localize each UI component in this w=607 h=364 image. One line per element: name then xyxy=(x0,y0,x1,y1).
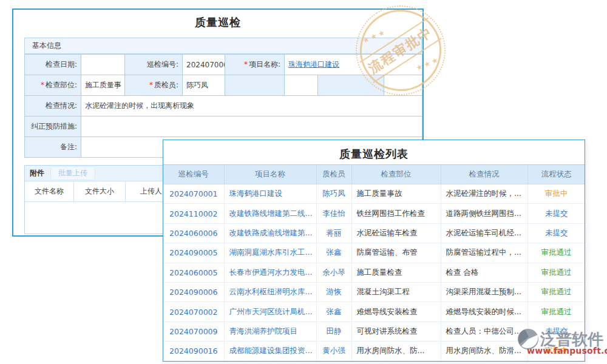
col-header-part: 检查部位 xyxy=(351,165,441,184)
measures-field[interactable] xyxy=(81,116,422,137)
cell-inspector[interactable]: 田静 xyxy=(316,322,351,341)
part-field[interactable]: 施工质量事 xyxy=(81,75,125,96)
cell-project-name[interactable]: 珠海鹤港口建设 xyxy=(224,184,316,204)
form-row-1: 检查日期: 巡检编号: 202407000 *项目名称: 珠海鹤港口建设 xyxy=(25,55,422,75)
situation-field[interactable]: 水泥砼灌注的时候，出现离析现象 xyxy=(81,96,422,116)
cell-inspector[interactable]: 黄小强 xyxy=(316,342,351,361)
required-asterisk: * xyxy=(244,60,248,69)
project-name-cell: 珠海鹤港口建设 xyxy=(285,55,422,75)
cell-inspection-id[interactable]: 2024110002 xyxy=(163,204,224,223)
empty-label-cell-2 xyxy=(318,75,384,96)
status-badge: 审批通过 xyxy=(527,243,585,263)
cell-part: 用水房间防水、防... xyxy=(351,342,441,361)
situation-label: 检查情况: xyxy=(25,96,81,116)
fanpu-watermark: 泛普软件 www.fanpusoft.com xyxy=(517,328,607,356)
status-badge: 未提交 xyxy=(527,204,585,223)
cell-inspector[interactable]: 游恢 xyxy=(316,282,351,302)
table-row[interactable]: 2024090005 湖南洞庭湖水库引水工... 张鑫 防腐管运输、布管 防腐管… xyxy=(163,243,585,263)
cell-project-name[interactable]: 长春市伊通河水力发电... xyxy=(224,263,316,282)
table-row[interactable]: 2024060005 长春市伊通河水力发电... 余小琴 施工质量检查 检查 合… xyxy=(163,263,585,282)
table-row[interactable]: 2024110002 改建铁路线增建第二线... 李佳怡 铁丝网围挡工作检查 道… xyxy=(163,204,585,223)
cell-situation: 检查人员：中德公司... xyxy=(441,322,527,341)
empty-value-cell-2 xyxy=(384,75,422,96)
table-row[interactable]: 2024090006 云南水利枢纽潜明水库... 游恢 混凝土沟渠工程 沟渠采用… xyxy=(163,282,585,302)
table-row[interactable]: 2024070002 广州市天河区统计局机... 张鑫 难燃导线安装检查 难燃导… xyxy=(163,302,585,322)
batch-upload-button[interactable]: 批量上传 xyxy=(50,166,95,180)
cell-project-name[interactable]: 青海洪湖养护院项目 xyxy=(224,322,316,341)
cell-inspection-id[interactable]: 2024090016 xyxy=(163,342,224,361)
status-badge: 审批通过 xyxy=(527,263,585,282)
section-basic-info: 基本信息 xyxy=(24,38,422,54)
cell-part: 难燃导线安装检查 xyxy=(351,302,441,322)
form-title: 质量巡检 xyxy=(13,15,422,30)
cell-part: 施工质量事故 xyxy=(351,184,441,204)
cell-situation: 用水房间防水、防滑... xyxy=(441,342,527,361)
file-size-header: 文件大小 xyxy=(74,181,126,201)
cell-situation: 防腐管运输过程中，... xyxy=(441,243,527,263)
required-asterisk: * xyxy=(149,81,153,89)
cell-inspector[interactable]: 陈巧凤 xyxy=(316,184,351,204)
table-row[interactable]: 2024070001 珠海鹤港口建设 陈巧凤 施工质量事故 水泥砼灌注的时候，.… xyxy=(163,184,585,204)
cell-part: 混凝土沟渠工程 xyxy=(351,282,441,302)
cell-project-name[interactable]: 云南水利枢纽潜明水库... xyxy=(224,282,316,302)
form-row-3: 检查情况: 水泥砼灌注的时候，出现离析现象 xyxy=(25,96,422,116)
cell-part: 铁丝网围挡工作检查 xyxy=(351,204,441,223)
cell-inspection-id[interactable]: 2024060005 xyxy=(163,263,224,282)
list-header-row: 巡检编号 项目名称 质检员 检查部位 检查情况 流程状态 xyxy=(163,165,585,184)
cell-inspection-id[interactable]: 2024070002 xyxy=(163,302,224,322)
cell-inspection-id[interactable]: 2024070009 xyxy=(163,322,224,341)
cell-part: 水泥砼运输车检查 xyxy=(351,223,441,243)
inspector-field[interactable]: 陈巧凤 xyxy=(183,75,225,96)
cell-inspection-id[interactable]: 2024090005 xyxy=(163,243,224,263)
fanpu-logo-url: www.fanpusoft.com xyxy=(527,346,607,356)
status-badge: 审批通过 xyxy=(527,302,585,322)
cell-part: 可视对讲系统检查 xyxy=(351,322,441,341)
required-asterisk: * xyxy=(41,81,44,89)
cell-project-name[interactable]: 广州市天河区统计局机... xyxy=(224,302,316,322)
empty-label-cell-1 xyxy=(225,75,285,96)
cell-situation: 道路两侧铁丝网围挡... xyxy=(441,204,527,223)
form-row-2: *检查部位: 施工质量事 *质检员: 陈巧凤 xyxy=(25,75,422,96)
status-badge: 审批通过 xyxy=(527,282,585,302)
cell-project-name[interactable]: 成都能源建设集团投资... xyxy=(224,342,316,361)
project-name-link[interactable]: 珠海鹤港口建设 xyxy=(288,60,339,69)
inspector-label: *质检员: xyxy=(125,75,183,96)
cell-inspector[interactable]: 蒋丽 xyxy=(316,223,351,243)
cell-inspector[interactable]: 张鑫 xyxy=(316,243,351,263)
cell-project-name[interactable]: 改建铁路成渝线增建第... xyxy=(224,223,316,243)
date-field[interactable] xyxy=(81,55,125,75)
attachment-label: 附件 xyxy=(30,168,44,178)
project-label: *项目名称: xyxy=(225,55,285,75)
cell-situation: 沟渠采用混凝土预制... xyxy=(441,282,527,302)
col-header-inspector: 质检员 xyxy=(316,165,351,184)
cell-part: 施工质量检查 xyxy=(351,263,441,282)
cell-inspector[interactable]: 余小琴 xyxy=(316,263,351,282)
cell-inspector[interactable]: 李佳怡 xyxy=(316,204,351,223)
status-badge: 审批中 xyxy=(527,184,585,204)
col-header-project: 项目名称 xyxy=(224,165,316,184)
remark-label: 备注: xyxy=(25,137,81,158)
cell-part: 防腐管运输、布管 xyxy=(351,243,441,263)
date-label: 检查日期: xyxy=(25,55,81,75)
empty-value-cell-1 xyxy=(285,75,318,96)
cell-project-name[interactable]: 改建铁路线增建第二线... xyxy=(224,204,316,223)
form-row-4: 纠正预防措施: xyxy=(25,116,422,137)
cell-project-name[interactable]: 湖南洞庭湖水库引水工... xyxy=(224,243,316,263)
cell-situation: 检查 合格 xyxy=(441,263,527,282)
cell-situation: 水泥砼运输车司机经... xyxy=(441,223,527,243)
cell-situation: 水泥砼灌注的时候，... xyxy=(441,184,527,204)
status-badge: 未提交 xyxy=(527,223,585,243)
cell-situation: 难燃导线安装的时候... xyxy=(441,302,527,322)
cell-inspector[interactable]: 张鑫 xyxy=(316,302,351,322)
list-title: 质量巡检列表 xyxy=(163,140,585,164)
table-row[interactable]: 2024060006 改建铁路成渝线增建第... 蒋丽 水泥砼运输车检查 水泥砼… xyxy=(163,223,585,243)
col-header-status: 流程状态 xyxy=(527,165,585,184)
cell-inspection-id[interactable]: 2024090006 xyxy=(163,282,224,302)
col-header-situation: 检查情况 xyxy=(441,165,527,184)
cell-inspection-id[interactable]: 2024070001 xyxy=(163,184,224,204)
file-name-header: 文件名称 xyxy=(25,181,74,201)
part-label: *检查部位: xyxy=(25,75,81,96)
cell-inspection-id[interactable]: 2024060006 xyxy=(163,223,224,243)
measures-label: 纠正预防措施: xyxy=(25,116,81,137)
col-header-id: 巡检编号 xyxy=(163,165,224,184)
